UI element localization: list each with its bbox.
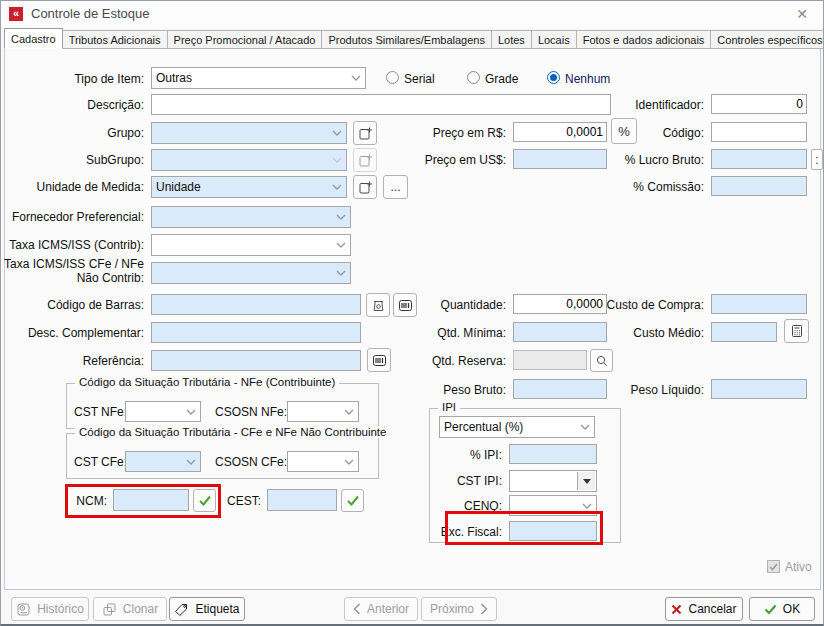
cest-input[interactable] <box>267 489 337 511</box>
taxa-icms-contrib-combo[interactable] <box>151 234 351 256</box>
etiqueta-button-label: Etiqueta <box>195 602 239 616</box>
ok-button[interactable]: OK <box>749 597 815 621</box>
grupo-label: Grupo: <box>107 126 144 140</box>
titlebar: « Controle de Estoque ✕ <box>1 1 823 27</box>
add-grupo-button[interactable] <box>353 121 377 145</box>
calculator-button[interactable] <box>784 319 809 343</box>
desc-complementar-input[interactable] <box>151 322 361 343</box>
clonar-button[interactable]: Clonar <box>93 597 167 621</box>
cenq-label: CENQ: <box>464 499 502 513</box>
cancelar-button[interactable]: Cancelar <box>665 597 743 621</box>
radio-nenhum[interactable] <box>547 71 560 84</box>
codigo-barras-input[interactable] <box>151 294 361 315</box>
tab-lotes[interactable]: Lotes <box>491 30 532 49</box>
tab-tributos-adicionais[interactable]: Tributos Adicionais <box>62 30 168 49</box>
cest-validate-button[interactable] <box>341 489 364 512</box>
pct-ipi-input[interactable] <box>509 444 597 464</box>
fornecedor-combo[interactable] <box>151 206 351 228</box>
tab-produtos-similares[interactable]: Produtos Similares/Embalagens <box>321 30 492 49</box>
app-icon: « <box>9 7 23 21</box>
radio-grade[interactable] <box>467 71 480 84</box>
chevron-down-icon <box>333 236 349 254</box>
codigo-input[interactable] <box>711 122 807 142</box>
exc-fiscal-input[interactable] <box>509 521 597 541</box>
custo-compra-input[interactable] <box>711 294 807 314</box>
chevron-right-icon <box>480 603 488 615</box>
ncm-input[interactable] <box>113 489 189 511</box>
calculator-icon <box>790 324 804 338</box>
qtd-minima-label: Qtd. Mínima: <box>437 326 506 340</box>
peso-liquido-input[interactable] <box>711 379 807 399</box>
anterior-button[interactable]: Anterior <box>344 597 418 621</box>
history-icon <box>16 602 31 617</box>
peso-bruto-input[interactable] <box>513 379 607 399</box>
csosn-cfe-combo[interactable] <box>287 451 359 472</box>
custo-medio-input[interactable] <box>711 322 777 342</box>
comissao-input[interactable] <box>711 176 807 196</box>
quantidade-input[interactable] <box>513 294 607 314</box>
lucro-bruto-input[interactable] <box>711 149 807 169</box>
referencia-label: Referência: <box>83 354 144 368</box>
cenq-combo[interactable] <box>509 495 597 516</box>
barcode-icon <box>372 353 387 368</box>
ativo-checkbox[interactable] <box>767 560 780 573</box>
ok-check-icon <box>764 604 777 615</box>
close-icon[interactable]: ✕ <box>791 4 813 24</box>
preco-dolar-input[interactable] <box>513 149 607 169</box>
unidade-more-button[interactable]: ... <box>383 175 408 199</box>
tab-controles-especificos[interactable]: Controles específicos <box>710 30 824 49</box>
codigo-barras-label: Código de Barras: <box>47 298 144 312</box>
grupo-combo[interactable] <box>151 122 347 144</box>
subgrupo-label: SubGrupo: <box>86 153 144 167</box>
tab-strip: Cadastro Tributos Adicionais Preço Promo… <box>4 28 824 49</box>
historico-button[interactable]: Histórico <box>11 597 89 621</box>
fornecedor-label: Fornecedor Preferencial: <box>12 210 144 224</box>
add-unidade-button[interactable] <box>353 175 377 199</box>
cst-ipi-combo[interactable] <box>509 470 597 492</box>
cancelar-button-label: Cancelar <box>688 602 736 616</box>
subgrupo-combo[interactable] <box>151 149 347 171</box>
ncm-validate-button[interactable] <box>193 489 216 512</box>
lucro-bruto-label: % Lucro Bruto: <box>625 153 704 167</box>
etiqueta-button[interactable]: Etiqueta <box>169 597 245 621</box>
tab-locais[interactable]: Locais <box>531 30 577 49</box>
qtd-minima-input[interactable] <box>513 322 607 342</box>
ipi-mode-combo[interactable]: Percentual (%) <box>439 416 595 438</box>
tab-preco-promocional[interactable]: Preço Promocional / Atacado <box>167 30 323 49</box>
scale-icon <box>371 298 386 313</box>
lucro-bruto-side-button[interactable]: : <box>811 149 823 170</box>
taxa-nao-contrib-combo[interactable] <box>151 262 351 284</box>
tab-cadastro[interactable]: Cadastro <box>4 28 63 49</box>
barcode-button[interactable] <box>393 293 417 317</box>
comissao-label: % Comissão: <box>633 180 704 194</box>
cancel-x-icon <box>671 604 682 615</box>
csosn-cfe-label: CSOSN CFe: <box>215 455 287 469</box>
peso-liquido-label: Peso Líquido: <box>631 383 704 397</box>
percent-button[interactable]: % <box>611 118 637 144</box>
check-icon <box>346 495 360 507</box>
clone-icon <box>102 602 117 617</box>
cst-cfe-combo[interactable] <box>125 451 201 472</box>
tipo-de-item-combo[interactable]: Outras <box>151 67 366 89</box>
radio-serial[interactable] <box>386 71 399 84</box>
identificador-input[interactable] <box>711 94 807 114</box>
unidade-medida-value: Unidade <box>156 180 201 194</box>
referencia-barcode-button[interactable] <box>367 348 391 372</box>
preco-reais-input[interactable] <box>513 122 607 142</box>
cst-nfe-combo[interactable] <box>125 401 201 422</box>
unidade-medida-combo[interactable]: Unidade <box>151 176 347 198</box>
descricao-input[interactable] <box>151 94 611 115</box>
scale-button[interactable] <box>366 293 390 317</box>
referencia-input[interactable] <box>151 350 361 371</box>
csosn-nfe-combo[interactable] <box>287 401 359 422</box>
proximo-button[interactable]: Próximo <box>421 597 497 621</box>
qtd-reserva-input[interactable] <box>513 350 587 370</box>
add-subgrupo-button[interactable] <box>353 148 377 172</box>
ativo-label: Ativo <box>785 560 812 574</box>
exc-fiscal-label: Exc. Fiscal: <box>441 525 502 539</box>
check-icon <box>769 563 778 571</box>
tipo-de-item-value: Outras <box>156 71 192 85</box>
tab-fotos[interactable]: Fotos e dados adicionais <box>576 30 712 49</box>
check-icon <box>198 495 212 507</box>
reserva-search-button[interactable] <box>590 349 613 372</box>
